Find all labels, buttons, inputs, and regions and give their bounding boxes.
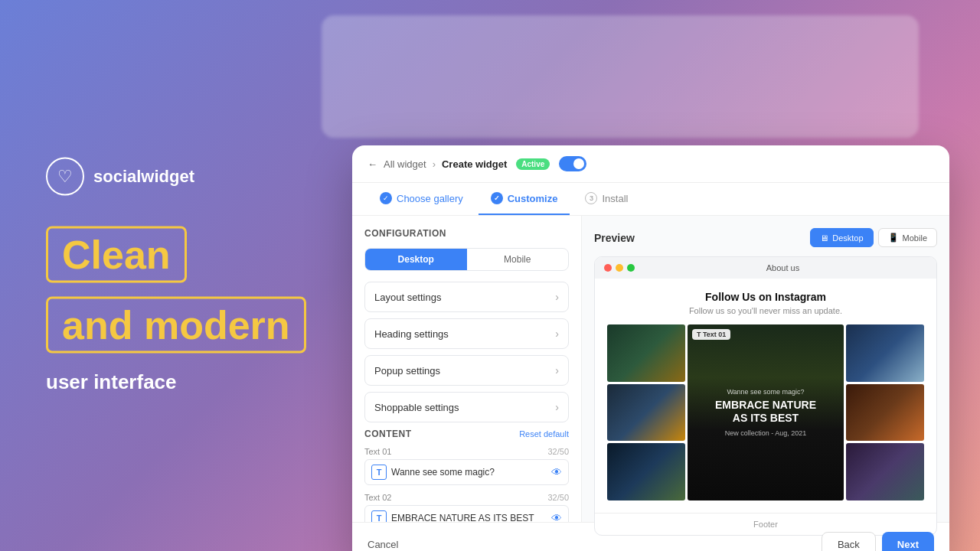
tab-choose-gallery-label: Choose gallery <box>397 193 463 204</box>
logo-text: socialwidget <box>93 167 194 187</box>
eye-icon-2[interactable]: 👁 <box>551 512 562 522</box>
eye-icon-1[interactable]: 👁 <box>551 466 562 478</box>
subtitle: user interface <box>46 370 306 394</box>
text-field-2-count: 32/50 <box>547 493 569 502</box>
device-toggle: 🖥 Desktop 📱 Mobile <box>810 228 937 247</box>
instagram-grid: T Text 01 Wanne see some magic? EMBRACE … <box>607 324 924 500</box>
main-cell-tag: New collection - Aug, 2021 <box>715 429 816 437</box>
popup-settings-chevron: › <box>555 364 559 377</box>
breadcrumb-back[interactable]: All widget <box>384 158 426 170</box>
preview-title: Preview <box>594 232 635 244</box>
layout-settings-row[interactable]: Layout settings › <box>364 282 569 312</box>
tab-check-icon: ✓ <box>380 192 392 204</box>
grid-cell-2 <box>607 384 685 442</box>
layout-settings-chevron: › <box>555 291 559 303</box>
text-type-icon-1: T <box>371 465 387 480</box>
preview-follow-title: Follow Us on Instagram <box>607 291 924 303</box>
back-arrow-icon[interactable]: ← <box>368 158 377 170</box>
preview-content: Follow Us on Instagram Follow us so you'… <box>595 279 936 513</box>
heading-settings-chevron: › <box>555 328 559 340</box>
tab-install-label: Install <box>602 193 628 204</box>
main-cell-title: EMBRACE NATUREAS ITS BEST <box>715 399 816 425</box>
grid-cell-main: T Text 01 Wanne see some magic? EMBRACE … <box>688 324 844 500</box>
preview-card-header: About us <box>595 257 936 279</box>
device-tab-mobile[interactable]: Mobile <box>467 249 569 270</box>
text-field-1-label: Text 01 <box>364 447 391 456</box>
breadcrumb-separator: › <box>433 158 436 170</box>
shoppable-settings-chevron: › <box>555 401 559 413</box>
grid-cell-1 <box>607 324 685 382</box>
device-tabs: Desktop Mobile <box>364 248 569 271</box>
right-panel: Preview 🖥 Desktop 📱 Mobile <box>582 216 949 522</box>
headline-box-1: Clean <box>46 227 187 283</box>
preview-card: About us Follow Us on Instagram Follow u… <box>594 256 937 536</box>
config-title: Configuration <box>364 228 569 239</box>
active-badge: Active <box>516 158 550 170</box>
branding-section: ♡ socialwidget Clean and modern user int… <box>46 158 306 394</box>
text-badge: T Text 01 <box>692 329 730 340</box>
breadcrumb-current: Create widget <box>442 158 507 170</box>
grid-cell-3 <box>607 443 685 500</box>
preview-header: Preview 🖥 Desktop 📱 Mobile <box>594 228 937 247</box>
text-field-1-group: Text 01 32/50 T 👁 <box>364 447 569 485</box>
layout-settings-label: Layout settings <box>374 292 441 303</box>
headline-1: Clean <box>62 235 171 275</box>
left-panel: Configuration Desktop Mobile Layout sett… <box>352 216 582 522</box>
text-field-1-input[interactable] <box>391 467 547 478</box>
preview-mobile-label: Mobile <box>903 233 927 243</box>
tab-install-num: 3 <box>585 192 597 204</box>
window-dot-red <box>604 264 612 272</box>
content-header: Content Reset default <box>364 429 569 439</box>
window-dot-yellow <box>616 264 623 272</box>
tab-customize-label: Customize <box>508 193 558 204</box>
window-dot-green <box>627 264 635 272</box>
active-toggle[interactable] <box>559 156 586 171</box>
tab-install[interactable]: 3 Install <box>573 183 640 215</box>
preview-desktop-btn[interactable]: 🖥 Desktop <box>810 228 873 247</box>
heading-settings-label: Heading settings <box>374 328 449 340</box>
back-button[interactable]: Back <box>822 532 876 551</box>
text-field-1-count: 32/50 <box>547 447 569 456</box>
text-type-icon-2: T <box>371 510 387 522</box>
popup-settings-row[interactable]: Popup settings › <box>364 355 569 386</box>
logo-icon: ♡ <box>46 158 84 196</box>
logo-row: ♡ socialwidget <box>46 158 306 196</box>
footer-right: Back Next <box>822 532 934 551</box>
text-field-1-row: T 👁 <box>364 459 569 485</box>
widget-modal: ← All widget › Create widget Active ✓ Ch… <box>352 145 949 551</box>
headline-2: and modern <box>62 305 290 345</box>
text-field-2-input[interactable] <box>391 513 547 522</box>
tab-choose-gallery[interactable]: ✓ Choose gallery <box>368 183 475 215</box>
preview-follow-sub: Follow us so you'll never miss an update… <box>607 306 924 315</box>
content-section: Content Reset default Text 01 32/50 T 👁 <box>364 429 569 522</box>
headline-box-2: and modern <box>46 297 306 354</box>
cancel-button[interactable]: Cancel <box>368 539 398 550</box>
next-button[interactable]: Next <box>882 532 934 551</box>
wizard-tabs: ✓ Choose gallery ✓ Customize 3 Install <box>352 183 949 216</box>
content-title: Content <box>364 429 412 439</box>
grid-cell-5 <box>846 384 924 442</box>
grid-cell-6 <box>846 443 924 500</box>
main-cell-sub: Wanne see some magic? <box>715 388 816 396</box>
text-field-2-group: Text 02 32/50 T 👁 <box>364 493 569 522</box>
monitor-icon: 🖥 <box>820 233 828 243</box>
popup-settings-label: Popup settings <box>374 365 440 377</box>
tab-customize[interactable]: ✓ Customize <box>479 183 570 215</box>
mobile-icon: 📱 <box>888 233 899 243</box>
reset-default-link[interactable]: Reset default <box>519 429 569 439</box>
text-field-2-row: T 👁 <box>364 505 569 522</box>
shoppable-settings-label: Shoppable settings <box>374 402 459 413</box>
preview-card-nav: About us <box>639 263 927 272</box>
tab-customize-check-icon: ✓ <box>491 192 503 204</box>
device-tab-desktop[interactable]: Desktop <box>365 249 467 270</box>
grid-cell-4 <box>846 324 924 382</box>
main-cell-overlay: Wanne see some magic? EMBRACE NATUREAS I… <box>706 379 825 446</box>
preview-desktop-label: Desktop <box>832 233 863 243</box>
heading-settings-row[interactable]: Heading settings › <box>364 318 569 349</box>
preview-mobile-btn[interactable]: 📱 Mobile <box>878 228 937 247</box>
modal-header: ← All widget › Create widget Active <box>352 145 949 183</box>
text-field-2-label: Text 02 <box>364 493 391 502</box>
shoppable-settings-row[interactable]: Shoppable settings › <box>364 392 569 422</box>
modal-body: Configuration Desktop Mobile Layout sett… <box>352 216 949 522</box>
bg-widget-blurred <box>322 15 919 138</box>
